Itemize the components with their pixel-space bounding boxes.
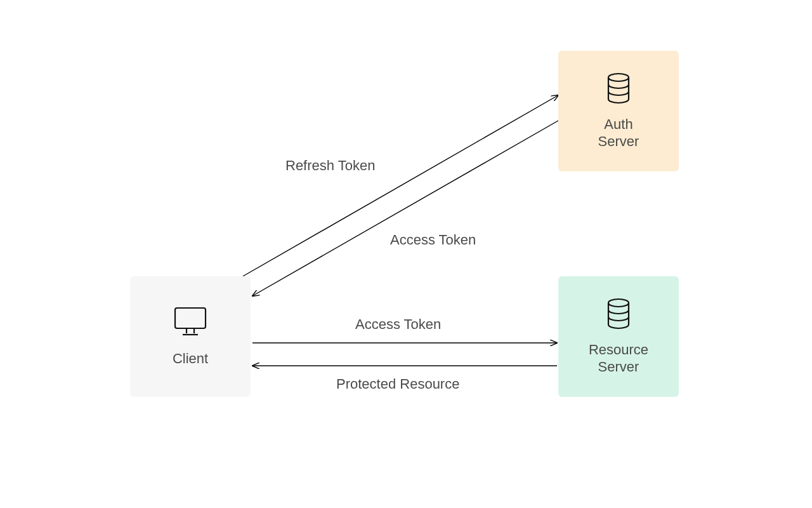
edge-access-token-from-auth	[252, 121, 558, 296]
svg-point-5	[608, 299, 629, 307]
svg-rect-0	[175, 308, 206, 328]
node-client-label: Client	[173, 350, 208, 368]
svg-point-4	[608, 74, 629, 81]
label-refresh-token: Refresh Token	[285, 157, 375, 174]
node-resource-server-label: Resource Server	[589, 341, 648, 376]
label-access-token-auth: Access Token	[390, 232, 476, 248]
database-icon	[605, 72, 632, 107]
monitor-icon	[173, 305, 208, 341]
edge-refresh-token	[243, 95, 558, 276]
arrows-layer	[0, 0, 812, 508]
node-resource-server: Resource Server	[558, 276, 679, 397]
label-protected-resource: Protected Resource	[336, 376, 459, 392]
label-access-token-resource: Access Token	[355, 316, 441, 333]
database-icon	[605, 298, 632, 332]
node-client: Client	[130, 276, 251, 397]
node-auth-server-label: Auth Server	[598, 116, 639, 150]
diagram-canvas: Refresh Token Access Token Access Token …	[0, 0, 812, 508]
node-auth-server: Auth Server	[558, 51, 679, 171]
